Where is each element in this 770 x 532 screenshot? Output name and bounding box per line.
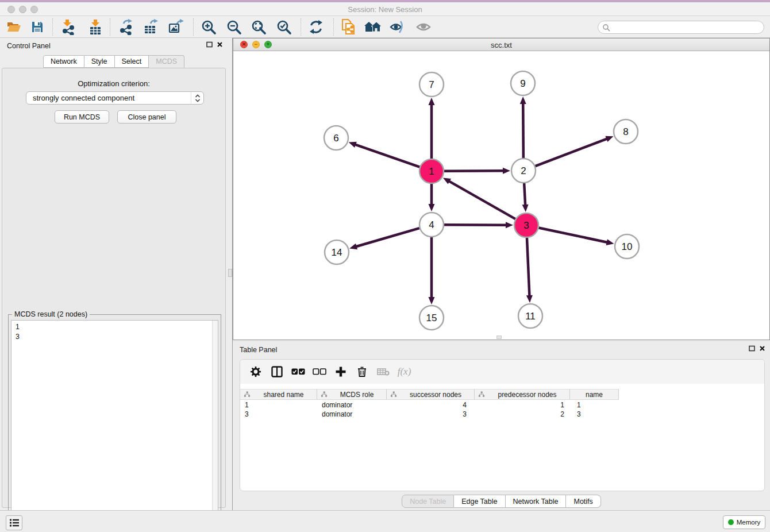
- fit-content-button[interactable]: [248, 17, 269, 37]
- namespace-icon: [390, 391, 397, 398]
- function-builder-button[interactable]: f(x): [394, 362, 415, 381]
- network-canvas[interactable]: 7968124314101511: [233, 51, 769, 340]
- columns-icon: [271, 366, 283, 377]
- unchecked-boxes-icon: [313, 368, 326, 376]
- export-table-button[interactable]: [140, 17, 161, 37]
- graph-edge-3-11[interactable]: [527, 238, 530, 297]
- split-grip[interactable]: [228, 269, 232, 277]
- tab-mcds[interactable]: MCDS: [149, 55, 184, 68]
- save-session-button[interactable]: [27, 17, 48, 37]
- tab-network-table[interactable]: Network Table: [506, 495, 567, 508]
- tab-select[interactable]: Select: [115, 55, 149, 68]
- table-row[interactable]: 3dominator323: [240, 410, 764, 419]
- table-cell[interactable]: 1: [240, 400, 317, 410]
- graph-edge-1-6[interactable]: [354, 144, 419, 167]
- table-cell[interactable]: 2: [475, 410, 570, 419]
- split-divider[interactable]: [228, 38, 233, 510]
- column-label: predecessor nodes: [485, 391, 569, 399]
- show-task-history-button[interactable]: [6, 515, 22, 530]
- gear-icon: [250, 366, 261, 377]
- fx-icon: f(x): [398, 366, 411, 377]
- node-table-container: f(x) shared name MCDS role successor nod…: [240, 359, 765, 491]
- graph-edge-3-10[interactable]: [539, 228, 609, 243]
- open-session-button[interactable]: [3, 17, 24, 37]
- apply-layout-button[interactable]: [306, 17, 326, 37]
- table-panel-title: Table Panel: [240, 346, 277, 354]
- import-network-button[interactable]: [57, 17, 78, 37]
- delete-table-button[interactable]: [372, 362, 394, 381]
- control-panel-title: Control Panel: [7, 42, 51, 50]
- graph-edge-4-3[interactable]: [444, 225, 507, 225]
- delete-column-button[interactable]: [351, 362, 372, 381]
- export-image-icon: [168, 19, 184, 35]
- network-resize-grip[interactable]: [496, 336, 502, 339]
- mcds-result-area[interactable]: 1 3: [11, 320, 218, 527]
- status-bar: Memory: [0, 510, 770, 532]
- graph-edge-arrow: [429, 98, 435, 105]
- tab-style[interactable]: Style: [84, 55, 115, 68]
- close-panel-icon[interactable]: [217, 41, 223, 48]
- graph-edge-2-9[interactable]: [523, 102, 523, 158]
- import-table-button[interactable]: [85, 17, 106, 37]
- import-network-icon: [60, 19, 76, 35]
- table-row[interactable]: 1dominator411: [240, 400, 764, 410]
- table-cell[interactable]: 1: [570, 400, 619, 410]
- tab-edge-table[interactable]: Edge Table: [454, 495, 505, 508]
- criterion-select[interactable]: strongly connected component: [26, 91, 204, 105]
- graph-edge-1-2[interactable]: [444, 171, 505, 171]
- show-view-button[interactable]: [413, 17, 434, 37]
- graph-edge-2-8[interactable]: [536, 138, 609, 166]
- graph-edge-3-1[interactable]: [448, 180, 515, 219]
- graph-edge-2-3[interactable]: [524, 183, 525, 206]
- add-column-button[interactable]: [330, 362, 351, 381]
- column-header-successor-nodes[interactable]: successor nodes: [387, 389, 475, 400]
- column-header-name[interactable]: name: [570, 389, 619, 400]
- network-file-button[interactable]: [338, 17, 359, 37]
- export-image-button[interactable]: [165, 17, 186, 37]
- column-label: successor nodes: [397, 391, 474, 399]
- network-window-titlebar[interactable]: ✕ − + scc.txt: [233, 38, 769, 51]
- zoom-selected-button[interactable]: [274, 17, 294, 37]
- table-cell[interactable]: 3: [387, 410, 475, 419]
- tab-motifs[interactable]: Motifs: [566, 495, 600, 508]
- tab-network[interactable]: Network: [43, 55, 84, 68]
- graph-node-label-9: 9: [520, 78, 525, 89]
- column-header-mcds-role[interactable]: MCDS role: [317, 389, 387, 400]
- zoom-out-button[interactable]: [224, 17, 244, 37]
- result-scrollbar[interactable]: [212, 321, 218, 526]
- export-network-button[interactable]: [116, 17, 136, 37]
- table-cell[interactable]: 4: [387, 400, 475, 410]
- table-cell[interactable]: dominator: [317, 400, 387, 410]
- search-input[interactable]: [610, 24, 764, 32]
- table-settings-button[interactable]: [245, 362, 266, 381]
- column-header-shared-name[interactable]: shared name: [240, 389, 317, 400]
- memory-button[interactable]: Memory: [723, 515, 765, 529]
- close-panel-button[interactable]: Close panel: [117, 110, 176, 124]
- graph-edge-4-14[interactable]: [355, 228, 419, 247]
- search-box[interactable]: [598, 21, 764, 34]
- float-panel-icon[interactable]: [749, 345, 755, 352]
- control-panel: Control Panel Network Style Select MCDS …: [0, 38, 228, 510]
- table-cell[interactable]: dominator: [317, 410, 387, 419]
- plus-icon: [335, 366, 346, 377]
- table-cell[interactable]: 3: [570, 410, 619, 419]
- zoom-out-icon: [226, 20, 242, 35]
- graph-node-label-8: 8: [623, 126, 628, 137]
- tab-node-table[interactable]: Node Table: [402, 495, 454, 508]
- run-mcds-button[interactable]: Run MCDS: [55, 110, 109, 124]
- zoom-in-button[interactable]: [198, 17, 219, 37]
- table-cell[interactable]: 3: [240, 410, 317, 419]
- graph-edge-arrow: [429, 204, 435, 211]
- column-header-predecessor-nodes[interactable]: predecessor nodes: [475, 389, 570, 400]
- graph-edge-arrow: [522, 205, 529, 212]
- close-panel-icon[interactable]: [759, 345, 765, 352]
- show-columns-button[interactable]: [266, 362, 287, 381]
- namespace-icon: [244, 391, 251, 398]
- column-label: MCDS role: [328, 391, 386, 399]
- hide-panels-button[interactable]: [387, 17, 408, 37]
- float-panel-icon[interactable]: [206, 41, 213, 48]
- show-all-panels-button[interactable]: [363, 17, 383, 37]
- table-cell[interactable]: 1: [475, 400, 570, 410]
- select-all-button[interactable]: [287, 362, 309, 381]
- deselect-all-button[interactable]: [309, 362, 330, 381]
